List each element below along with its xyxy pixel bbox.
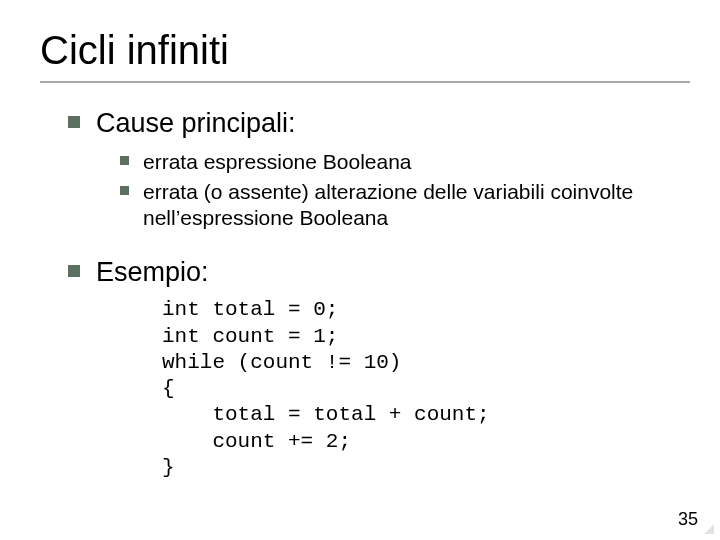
code-example: int total = 0; int count = 1; while (cou… [162, 297, 680, 481]
spacer [50, 236, 680, 248]
bullet-level2: errata (o assente) alterazione delle var… [120, 179, 680, 232]
bullet-text: errata (o assente) alterazione delle var… [143, 179, 680, 232]
slide: Cicli infiniti Cause principali: errata … [0, 0, 720, 540]
page-curl-icon [704, 524, 714, 534]
bullet-text: errata espressione Booleana [143, 149, 412, 175]
bullet-level2: errata espressione Booleana [120, 149, 680, 175]
bullet-level1: Cause principali: [68, 107, 680, 141]
bullet-text: Cause principali: [96, 107, 296, 141]
slide-title: Cicli infiniti [40, 28, 680, 73]
bullet-text: Esempio: [96, 256, 209, 290]
square-bullet-icon [120, 156, 129, 165]
square-bullet-icon [68, 265, 80, 277]
title-underline [40, 81, 690, 83]
square-bullet-icon [68, 116, 80, 128]
square-bullet-icon [120, 186, 129, 195]
page-number: 35 [678, 509, 698, 530]
bullet-level1: Esempio: [68, 256, 680, 290]
